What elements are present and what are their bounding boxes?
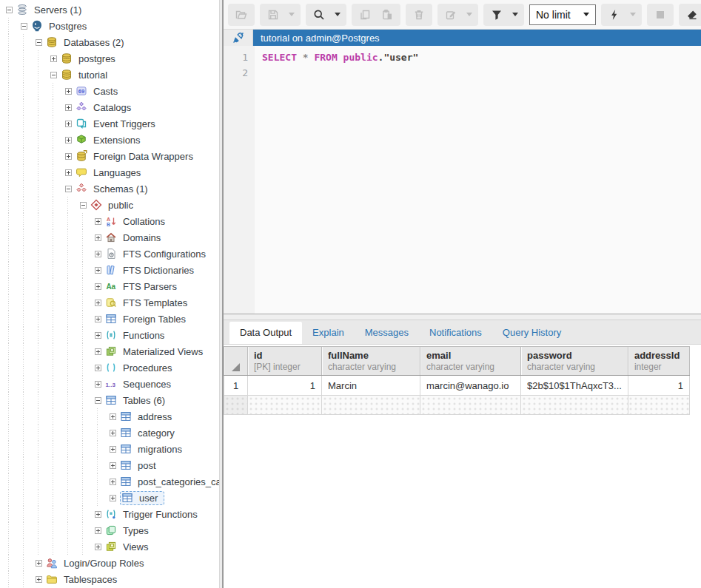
expand-icon[interactable] [61,148,76,164]
tree-item-sequences[interactable]: 1..3Sequences [1,376,219,392]
expand-icon[interactable] [90,506,105,522]
clear-button[interactable] [681,5,701,24]
plus-box-icon[interactable] [110,495,116,501]
minus-box-icon[interactable] [36,39,42,46]
empty-grid-cell[interactable] [420,396,521,415]
plus-box-icon[interactable] [95,267,101,274]
plus-box-icon[interactable] [95,283,101,290]
plus-box-icon[interactable] [36,560,42,567]
expand-icon[interactable] [105,490,120,506]
tree-item-languages[interactable]: Languages [1,164,219,180]
plus-box-icon[interactable] [65,169,72,176]
tab-query-history[interactable]: Query History [492,322,571,344]
expand-icon[interactable] [61,115,76,132]
expand-icon[interactable] [90,229,105,246]
tree-item-domains[interactable]: Domains [1,229,219,246]
expand-icon[interactable] [90,359,105,376]
tree-item-collations[interactable]: ABCollations [1,213,219,229]
collapse-icon[interactable] [76,197,90,213]
tree-item-fts-configurations[interactable]: FTS Configurations [1,246,219,262]
plus-box-icon[interactable] [110,479,116,485]
tree-item-user[interactable]: user [1,490,219,506]
paste-button[interactable] [376,5,398,24]
row-number[interactable] [224,396,248,415]
row-limit-select[interactable]: No limit [529,4,596,25]
tab-notifications[interactable]: Notifications [419,322,492,344]
empty-grid-cell[interactable] [248,396,322,415]
tree-item-views[interactable]: Views [1,538,219,555]
plus-box-icon[interactable] [95,316,101,322]
tree-item-types[interactable]: Types [1,522,219,538]
expand-icon[interactable] [90,246,105,262]
row-number[interactable]: 1 [224,376,248,396]
plus-box-icon[interactable] [95,300,101,306]
minus-box-icon[interactable] [50,72,57,78]
column-header-email[interactable]: emailcharacter varying [420,347,521,376]
edit-button[interactable] [440,5,462,24]
plus-box-icon[interactable] [95,348,101,355]
column-header-addressid[interactable]: addressIdinteger [628,347,689,376]
tree-item-migrations[interactable]: migrations [1,441,219,457]
tree-item-tablespaces[interactable]: Tablespaces [1,571,219,587]
grid-cell-id[interactable]: 1 [248,376,322,396]
tree-item-servers-1[interactable]: Servers (1) [1,1,219,18]
expand-icon[interactable] [31,571,46,587]
grid-cell-password[interactable]: $2b$10$1ThAqxcT3... [521,376,628,396]
plus-box-icon[interactable] [95,381,101,388]
tree-item-tables-6[interactable]: Tables (6) [1,392,219,408]
plus-box-icon[interactable] [95,251,101,257]
collapse-icon[interactable] [1,1,16,18]
plus-box-icon[interactable] [110,430,116,436]
plus-box-icon[interactable] [65,137,72,143]
tree-item-databases-2[interactable]: Databases (2) [1,34,219,50]
execute-menu-caret[interactable] [625,5,640,24]
tree-item-foreign-data-wrappers[interactable]: Foreign Data Wrappers [1,148,219,164]
plus-box-icon[interactable] [110,462,116,469]
tree-item-functions[interactable]: Functions [1,327,219,343]
tab-explain[interactable]: Explain [302,322,355,344]
expand-icon[interactable] [90,522,105,538]
empty-grid-cell[interactable] [322,396,420,415]
empty-grid-cell[interactable] [521,396,628,415]
plus-box-icon[interactable] [95,365,101,371]
plus-box-icon[interactable] [50,55,57,62]
tree-item-procedures[interactable]: Procedures [1,359,219,376]
plus-box-icon[interactable] [65,153,72,160]
minus-box-icon[interactable] [21,23,27,30]
tree-item-tutorial[interactable]: tutorial [1,67,219,83]
tree-item-fts-dictionaries[interactable]: FTS Dictionaries [1,262,219,278]
plus-box-icon[interactable] [95,527,101,534]
expand-icon[interactable] [61,164,76,180]
collapse-icon[interactable] [61,180,76,197]
stop-button[interactable] [649,5,671,24]
minus-box-icon[interactable] [80,202,87,209]
expand-icon[interactable] [105,425,120,441]
tree-item-fts-parsers[interactable]: AaFTS Parsers [1,278,219,294]
minus-box-icon[interactable] [95,397,101,404]
tab-messages[interactable]: Messages [355,322,419,344]
minus-box-icon[interactable] [65,186,72,192]
expand-icon[interactable] [31,555,46,571]
plus-box-icon[interactable] [95,511,101,518]
minus-box-icon[interactable] [6,7,13,13]
tree-item-casts[interactable]: 69Casts [1,83,219,99]
tree-item-post[interactable]: post [1,457,219,473]
grid-cell-addressid[interactable]: 1 [628,376,689,396]
tree-item-materialized-views[interactable]: Materialized Views [1,343,219,359]
sql-editor[interactable]: 12 SELECT * FROM public."user" [224,46,701,314]
expand-icon[interactable] [90,327,105,343]
tree-item-extensions[interactable]: Extensions [1,132,219,148]
tree-item-address[interactable]: address [1,408,219,425]
filter-menu-caret[interactable] [508,5,522,24]
save-button[interactable] [262,5,284,24]
tree-item-fts-templates[interactable]: FTS Templates [1,294,219,311]
panel-splitter-horizontal[interactable] [224,314,701,320]
empty-grid-cell[interactable] [628,396,689,415]
tree-item-post-categories-category[interactable]: post_categories_category [1,473,219,490]
tree-item-catalogs[interactable]: Catalogs [1,99,219,115]
tab-data-output[interactable]: Data Output [229,322,302,344]
column-header-password[interactable]: passwordcharacter varying [521,347,628,376]
edit-menu-caret[interactable] [462,5,476,24]
column-header-fullname[interactable]: fullNamecharacter varying [322,347,420,376]
expand-icon[interactable] [90,538,105,555]
